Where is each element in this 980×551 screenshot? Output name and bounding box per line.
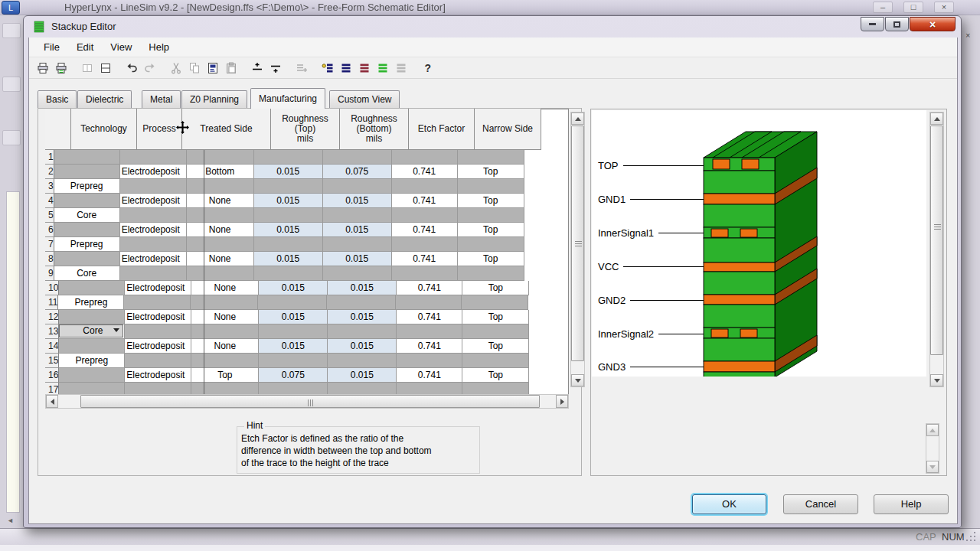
- technology-cell[interactable]: Prepreg: [58, 295, 124, 310]
- grid-horizontal-scrollbar[interactable]: [45, 394, 569, 409]
- treated-side-cell[interactable]: Bottom: [187, 165, 254, 179]
- etch-factor-cell[interactable]: 0.741: [397, 281, 462, 295]
- process-cell[interactable]: Electrodeposit: [125, 368, 191, 383]
- tab-dielectric[interactable]: Dielectric: [77, 90, 132, 108]
- technology-cell[interactable]: Prepreg: [59, 354, 125, 368]
- roughness-bottom-cell[interactable]: 0.015: [328, 310, 397, 324]
- row-header[interactable]: 16: [45, 368, 59, 383]
- narrow-side-cell[interactable]: Top: [458, 194, 524, 208]
- etch-factor-cell[interactable]: 0.741: [392, 165, 458, 179]
- narrow-side-cell[interactable]: Top: [458, 223, 524, 237]
- bg-maximize-button[interactable]: □: [903, 2, 923, 13]
- row-header[interactable]: 12: [45, 310, 59, 324]
- split-horizontal-icon[interactable]: [96, 60, 115, 77]
- technology-cell[interactable]: Core: [54, 208, 120, 223]
- roughness-top-cell[interactable]: 0.015: [254, 252, 323, 266]
- column-header-treated-side[interactable]: Treated Side: [182, 109, 271, 150]
- row-header[interactable]: 6: [45, 223, 54, 237]
- minimize-button[interactable]: [861, 17, 884, 31]
- row-header[interactable]: 13: [45, 324, 59, 339]
- menu-item-edit[interactable]: Edit: [68, 39, 102, 55]
- column-header-etch-factor[interactable]: Etch Factor: [409, 109, 475, 150]
- roughness-bottom-cell[interactable]: 0.015: [323, 223, 392, 237]
- scroll-right-icon[interactable]: [556, 395, 568, 408]
- print-preview-icon[interactable]: [52, 60, 70, 77]
- tab-metal[interactable]: Metal: [142, 90, 181, 108]
- roughness-top-cell[interactable]: 0.015: [254, 165, 323, 179]
- narrow-side-cell[interactable]: Top: [462, 368, 529, 383]
- treated-side-cell[interactable]: Top: [191, 368, 259, 383]
- narrow-side-cell[interactable]: Top: [462, 339, 529, 354]
- row-header[interactable]: 4: [45, 194, 54, 208]
- roughness-bottom-cell[interactable]: 0.015: [328, 281, 397, 295]
- scrollbar-thumb[interactable]: [80, 395, 540, 408]
- treated-side-cell[interactable]: None: [187, 252, 254, 266]
- signal-layers-icon[interactable]: [374, 60, 392, 77]
- close-button[interactable]: ×: [910, 17, 956, 31]
- column-header-corner[interactable]: [45, 109, 71, 150]
- technology-cell[interactable]: Core: [59, 324, 125, 339]
- menu-item-file[interactable]: File: [35, 39, 68, 55]
- roughness-bottom-cell[interactable]: 0.015: [323, 194, 392, 208]
- process-cell[interactable]: Electrodeposit: [125, 310, 191, 324]
- row-header[interactable]: 2: [45, 165, 54, 179]
- scrollbar-thumb[interactable]: [930, 126, 943, 355]
- help-button[interactable]: Help: [874, 494, 949, 514]
- roughness-bottom-cell[interactable]: 0.015: [323, 252, 392, 266]
- process-cell[interactable]: Electrodeposit: [120, 223, 187, 237]
- row-header[interactable]: 5: [45, 208, 54, 223]
- scroll-up-icon[interactable]: [571, 112, 584, 125]
- etch-factor-cell[interactable]: 0.741: [392, 252, 458, 266]
- scroll-down-icon[interactable]: [926, 461, 939, 473]
- metal-layers-icon[interactable]: [337, 60, 355, 77]
- dielectric-layers-icon[interactable]: [355, 60, 374, 77]
- roughness-top-cell[interactable]: 0.015: [254, 223, 323, 237]
- row-header[interactable]: 7: [45, 237, 54, 252]
- paste-special-icon[interactable]: [204, 60, 222, 77]
- add-layer-below-icon[interactable]: [266, 60, 285, 77]
- row-header[interactable]: 3: [45, 179, 54, 194]
- bg-close-button[interactable]: ×: [934, 2, 954, 13]
- etch-factor-cell[interactable]: 0.741: [397, 368, 462, 383]
- process-cell[interactable]: Electrodeposit: [120, 252, 187, 266]
- preview-vertical-scrollbar[interactable]: [929, 112, 944, 387]
- narrow-side-cell[interactable]: Top: [458, 252, 524, 266]
- narrow-side-cell[interactable]: Top: [462, 281, 529, 295]
- roughness-bottom-cell[interactable]: 0.015: [328, 368, 397, 383]
- row-header[interactable]: 10: [45, 281, 59, 295]
- process-cell[interactable]: Electrodeposit: [120, 165, 187, 179]
- treated-side-cell[interactable]: None: [191, 310, 259, 324]
- menu-item-help[interactable]: Help: [140, 39, 178, 55]
- row-header[interactable]: 11: [45, 295, 58, 310]
- metal-usage-icon[interactable]: [318, 60, 337, 77]
- scroll-down-icon[interactable]: [571, 374, 584, 386]
- etch-factor-cell[interactable]: 0.741: [397, 310, 462, 324]
- row-header[interactable]: 14: [45, 339, 59, 354]
- treated-side-cell[interactable]: None: [187, 223, 254, 237]
- add-layer-above-icon[interactable]: [248, 60, 266, 77]
- etch-factor-cell[interactable]: 0.741: [397, 339, 462, 354]
- undo-icon[interactable]: [122, 60, 141, 77]
- narrow-side-cell[interactable]: Top: [458, 165, 524, 179]
- scroll-up-icon[interactable]: [926, 424, 939, 436]
- bg-minimize-button[interactable]: –: [873, 2, 893, 13]
- process-cell[interactable]: Electrodeposit: [125, 339, 191, 354]
- treated-side-cell[interactable]: None: [187, 194, 254, 208]
- process-cell[interactable]: Electrodeposit: [125, 281, 191, 295]
- tab-custom-view[interactable]: Custom View: [329, 90, 400, 108]
- row-header[interactable]: 1: [45, 150, 54, 165]
- row-header[interactable]: 8: [45, 252, 54, 266]
- tab-basic[interactable]: Basic: [38, 90, 77, 108]
- column-header-roughness[interactable]: Roughness (Bottom) mils: [340, 109, 409, 150]
- process-cell[interactable]: Electrodeposit: [120, 194, 187, 208]
- etch-factor-cell[interactable]: 0.741: [392, 194, 458, 208]
- technology-cell[interactable]: Prepreg: [54, 237, 120, 252]
- technology-cell[interactable]: Core: [54, 266, 120, 281]
- print-icon[interactable]: [34, 60, 52, 77]
- scroll-left-icon[interactable]: [46, 395, 58, 408]
- roughness-bottom-cell[interactable]: 0.015: [328, 339, 397, 354]
- column-header-roughness[interactable]: Roughness (Top) mils: [271, 109, 340, 150]
- column-header-technology[interactable]: Technology: [71, 109, 137, 150]
- grid-vertical-scrollbar[interactable]: [570, 112, 585, 387]
- cancel-button[interactable]: Cancel: [783, 494, 858, 514]
